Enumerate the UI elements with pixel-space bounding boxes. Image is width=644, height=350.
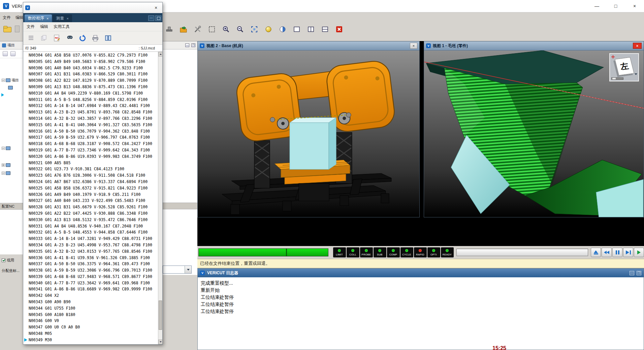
select-region-icon[interactable]: [207, 24, 217, 34]
gcode-line[interactable]: N00347 G00 U0 C0 A0 B0: [23, 324, 158, 330]
gcode-line[interactable]: N00325 G01 A58 B58 U36.6372 V-915.821 C8…: [23, 185, 158, 191]
view-2-titlebar[interactable]: V 视图 2 - Base (机床) ×: [198, 41, 419, 50]
status-indicator[interactable]: OPTI: [427, 247, 440, 257]
columns-icon[interactable]: [103, 33, 112, 42]
tree-node-1[interactable]: [2, 146, 10, 150]
panel-minimize-icon[interactable]: —: [185, 43, 189, 47]
tree-node-project[interactable]: 项目: [2, 78, 19, 83]
gcode-line[interactable]: N00313 G01 A-23 B-23 U45.8701 V-893.768 …: [23, 109, 158, 115]
gcode-line[interactable]: N00319 G01 A-77 B-77 U23.7346 V-909.642 …: [23, 147, 158, 153]
copy-icon[interactable]: [39, 33, 49, 42]
scrollbar-thumb[interactable]: [159, 301, 162, 330]
collapse-icon[interactable]: [2, 172, 5, 175]
gcode-line[interactable]: N00309 G01 A13 B13 U48.8836 V-875.473 C8…: [23, 84, 158, 90]
view-1-titlebar[interactable]: V 视图 1 - 毛坯 (零件) ×: [424, 41, 644, 50]
fit-view-icon[interactable]: [249, 24, 259, 34]
gcode-line[interactable]: N00304 G01 A58 B58 U37.0076 V-855.822 C7…: [23, 52, 158, 59]
coords-dropdown[interactable]: [163, 266, 192, 274]
status-indicator[interactable]: RAPID: [414, 247, 427, 257]
gcode-line[interactable]: N00331 G01 A4 B4 U48.8536 V-940.167 C87.…: [23, 223, 158, 230]
gcode-line[interactable]: N00315 G01 A-41 B-41 U40.3064 V-901.327 …: [23, 122, 158, 128]
configure-nc-section-header[interactable]: 配置NC: [0, 203, 23, 210]
gcode-line[interactable]: N00323 G01 A76 B76 U28.3006 V-911.508 C8…: [23, 172, 158, 179]
gcode-line[interactable]: N00307 G01 A31 B31 U46.0383 V-866.529 C8…: [23, 71, 158, 77]
edit-nc-program-icon[interactable]: NC: [52, 33, 61, 42]
scroll-up-icon[interactable]: [158, 52, 162, 57]
view-2-canvas[interactable]: [198, 50, 419, 217]
pause-button[interactable]: [612, 248, 622, 257]
gcode-line[interactable]: N00333 G01 A-14 B-14 U47.3281 V-949.429 …: [23, 236, 158, 242]
project-tree-tab[interactable]: 项目: [0, 41, 23, 49]
status-indicator[interactable]: SUB: [374, 247, 386, 257]
tree-node-machine[interactable]: [8, 86, 13, 90]
print-icon[interactable]: [91, 33, 100, 42]
logger-entries[interactable]: 完成重置模型...重新开始工位结束处暂停工位结束处暂停工位结束处暂停: [198, 277, 644, 350]
view-1-close-button[interactable]: ×: [633, 43, 642, 49]
play-button[interactable]: [634, 248, 644, 257]
rewind-button[interactable]: [602, 248, 612, 257]
gcode-line[interactable]: N00328 G01 A31 B31 U45.6679 V-926.528 C8…: [23, 204, 158, 210]
fixture-setup-icon[interactable]: [164, 24, 174, 34]
vertical-scrollbar[interactable]: [158, 52, 162, 344]
orientation-slider[interactable]: [611, 77, 623, 80]
collapse-icon[interactable]: [2, 79, 5, 82]
split-view-horizontal-icon[interactable]: [320, 24, 330, 34]
gcode-line[interactable]: N00342 G04 X2: [23, 292, 158, 299]
view-2-close-button[interactable]: ×: [410, 43, 417, 49]
gcode-line[interactable]: N00346 G00 V0: [23, 318, 158, 324]
gcode-line[interactable]: N00320 G01 A-86 B-86 U19.0393 V-909.983 …: [23, 153, 158, 160]
active-checkbox-row[interactable]: 现用: [0, 258, 23, 263]
menu-edit[interactable]: 编辑: [15, 15, 24, 21]
shade-sphere-icon[interactable]: [263, 24, 273, 34]
view-orientation-icon[interactable]: [278, 24, 288, 34]
zoom-out-icon[interactable]: [235, 24, 245, 34]
gcode-line[interactable]: N00335 G01 A-32 B-32 U43.0153 V-957.765 …: [23, 248, 158, 255]
status-indicator[interactable]: COMP: [387, 247, 400, 257]
collapse-icon[interactable]: [2, 147, 5, 150]
gcode-line[interactable]: N00336 G01 A-41 B-41 U39.936 V-961.326 C…: [23, 255, 158, 261]
gcode-line[interactable]: N00337 G01 A-50 B-50 U36.3375 V-964.361 …: [23, 261, 158, 267]
maximize-button[interactable]: □: [606, 0, 625, 12]
nc-menu-utilities[interactable]: 实用工具: [54, 24, 70, 30]
zoom-in-icon[interactable]: [221, 24, 231, 34]
gcode-line[interactable]: N00340 G01 A-77 B-77 U23.3642 V-969.641 …: [23, 280, 158, 286]
tab-close-icon[interactable]: ×: [66, 16, 68, 21]
close-view-red-icon[interactable]: [334, 24, 344, 34]
tree-tool-icon-2[interactable]: [10, 51, 15, 56]
gcode-line[interactable]: N00329 G01 A22 B22 U47.4425 V-930.888 C8…: [23, 210, 158, 217]
search-icon[interactable]: [65, 33, 74, 42]
tree-node-3[interactable]: [2, 171, 10, 175]
view-1-canvas[interactable]: 左: [424, 50, 644, 217]
gcode-list[interactable]: N00304 G01 A58 B58 U37.0076 V-855.822 C7…: [23, 52, 158, 344]
tab-close-icon[interactable]: ×: [46, 16, 49, 21]
logger-titlebar[interactable]: V VERICUT 日志器 — ❐: [198, 269, 644, 277]
open-project-icon[interactable]: [3, 26, 11, 32]
status-indicator[interactable]: READY: [441, 247, 454, 257]
reset-eject-button[interactable]: [591, 248, 601, 257]
tree-node-2[interactable]: [2, 163, 10, 167]
status-indicator[interactable]: PROBE: [360, 247, 373, 257]
gcode-line[interactable]: N00330 G01 A13 B13 U48.5132 V-935.472 C8…: [23, 217, 158, 223]
gcode-line[interactable]: N00345 G00 A180 B180: [23, 312, 158, 318]
panel-float-icon[interactable]: ❐: [191, 43, 195, 47]
undo-icon[interactable]: [78, 33, 87, 42]
nc-menu-file[interactable]: 文件: [27, 24, 35, 30]
gcode-line[interactable]: N00321 G00 A85 B85: [23, 160, 158, 166]
simulation-progress-bar[interactable]: [198, 248, 328, 256]
gcode-line[interactable]: N00339 G01 A-68 B-68 U27.9483 V-968.571 …: [23, 274, 158, 280]
tab-panel-minimize-icon[interactable]: —: [148, 15, 154, 21]
single-step-button[interactable]: [623, 248, 633, 257]
scroll-down-icon[interactable]: [158, 340, 162, 344]
gcode-line[interactable]: N00316 G01 A-50 B-50 U36.7079 V-904.362 …: [23, 128, 158, 135]
export-model-icon[interactable]: [179, 24, 189, 34]
tab-measure[interactable]: 测量 ×: [53, 14, 72, 22]
gcode-line[interactable]: N00349 M30: [23, 337, 158, 343]
gcode-line[interactable]: N00327 G01 A40 B40 U43.233 V-922.499 C85…: [23, 198, 158, 204]
close-button[interactable]: ×: [625, 0, 644, 12]
gcode-line[interactable]: N00332 G01 A-5 B-5 U48.4553 V-944.858 C8…: [23, 229, 158, 236]
gcode-line[interactable]: N00318 G01 A-68 B-68 U28.3187 V-908.572 …: [23, 141, 158, 147]
nc-code-area[interactable]: N00304 G01 A58 B58 U37.0076 V-855.822 C7…: [23, 52, 162, 344]
gcode-line[interactable]: N00341 G01 A-86 B-86 U18.6689 V-969.982 …: [23, 286, 158, 292]
nc-window-titlebar[interactable]: V ×: [23, 2, 162, 13]
toolbar-icon-partial[interactable]: [15, 26, 20, 32]
